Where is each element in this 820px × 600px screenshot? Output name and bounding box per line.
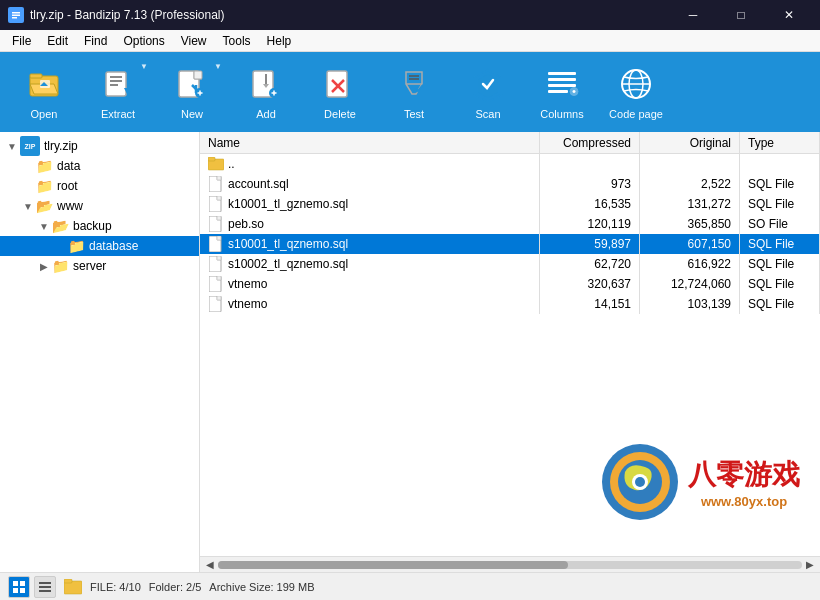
menu-view[interactable]: View <box>173 32 215 50</box>
scan-button[interactable]: Scan <box>452 56 524 128</box>
minimize-button[interactable]: ─ <box>670 0 716 30</box>
file-list-header: Name Compressed Original Type <box>200 132 820 154</box>
file-type-parent <box>740 154 820 174</box>
sidebar-item-server[interactable]: ▶ 📁 server <box>0 256 199 276</box>
file-icon-k10001 <box>208 196 224 212</box>
open-label: Open <box>31 108 58 120</box>
svg-rect-34 <box>548 84 576 87</box>
table-row[interactable]: peb.so 120,119 365,850 SO File <box>200 214 820 234</box>
toolbar: Open ▼ Extract ▼ <box>0 52 820 132</box>
table-row[interactable]: k10001_tl_gznemo.sql 16,535 131,272 SQL … <box>200 194 820 214</box>
file-type-pebso: SO File <box>740 214 820 234</box>
sidebar-item-tlry-zip[interactable]: ▼ ZIP tlry.zip <box>0 136 199 156</box>
col-header-compressed[interactable]: Compressed <box>540 132 640 153</box>
horizontal-scrollbar[interactable]: ◀ ▶ <box>200 556 820 572</box>
status-file-count: FILE: 4/10 <box>90 581 141 593</box>
status-archive-size: Archive Size: 199 MB <box>209 581 314 593</box>
col-header-type[interactable]: Type <box>740 132 820 153</box>
file-compressed-s10001: 59,897 <box>540 234 640 254</box>
scroll-right-button[interactable]: ▶ <box>802 557 818 573</box>
sidebar-item-data[interactable]: 📁 data <box>0 156 199 176</box>
add-button[interactable]: Add <box>230 56 302 128</box>
svg-rect-65 <box>13 588 18 593</box>
file-type-s10002: SQL File <box>740 254 820 274</box>
watermark-text: 八零游戏 <box>688 456 800 494</box>
col-header-original[interactable]: Original <box>640 132 740 153</box>
table-row[interactable]: .. <box>200 154 820 174</box>
file-name-account: account.sql <box>228 177 289 191</box>
file-icon-account <box>208 176 224 192</box>
svg-rect-67 <box>39 582 51 584</box>
delete-label: Delete <box>324 108 356 120</box>
maximize-button[interactable]: □ <box>718 0 764 30</box>
file-type-k10001: SQL File <box>740 194 820 214</box>
menu-find[interactable]: Find <box>76 32 115 50</box>
scroll-thumb[interactable] <box>218 561 568 569</box>
extract-icon <box>98 64 138 104</box>
sidebar-label-root: root <box>57 179 78 193</box>
menu-file[interactable]: File <box>4 32 39 50</box>
file-type-account: SQL File <box>740 174 820 194</box>
svg-rect-55 <box>217 276 221 280</box>
extract-dropdown-arrow: ▼ <box>140 62 148 71</box>
menu-edit[interactable]: Edit <box>39 32 76 50</box>
scan-label: Scan <box>475 108 500 120</box>
tree-toggle-www: ▼ <box>20 201 36 212</box>
svg-rect-51 <box>217 236 221 240</box>
folder-icon-backup: 📂 <box>52 218 69 234</box>
table-row[interactable]: vtnemo 320,637 12,724,060 SQL File <box>200 274 820 294</box>
menu-options[interactable]: Options <box>115 32 172 50</box>
svg-rect-69 <box>39 590 51 592</box>
extract-button[interactable]: ▼ Extract <box>82 56 154 128</box>
table-row[interactable]: vtnemo 14,151 103,139 SQL File <box>200 294 820 314</box>
table-row[interactable]: s10002_tl_qznemo.sql 62,720 616,922 SQL … <box>200 254 820 274</box>
svg-rect-1 <box>12 12 20 14</box>
columns-icon <box>542 64 582 104</box>
svg-rect-64 <box>20 581 25 586</box>
sidebar-label-tlry-zip: tlry.zip <box>44 139 78 153</box>
sidebar-item-www[interactable]: ▼ 📂 www <box>0 196 199 216</box>
menu-tools[interactable]: Tools <box>215 32 259 50</box>
scan-icon <box>468 64 508 104</box>
delete-button[interactable]: Delete <box>304 56 376 128</box>
grid-view-button[interactable] <box>8 576 30 598</box>
codepage-button[interactable]: Code page <box>600 56 672 128</box>
sidebar-label-server: server <box>73 259 106 273</box>
sidebar-item-backup[interactable]: ▼ 📂 backup <box>0 216 199 236</box>
sidebar-item-database[interactable]: 📁 database <box>0 236 199 256</box>
file-name-vtnemo1: vtnemo <box>228 277 267 291</box>
close-button[interactable]: ✕ <box>766 0 812 30</box>
file-icon-vtnemo2 <box>208 296 224 312</box>
table-row[interactable]: account.sql 973 2,522 SQL File <box>200 174 820 194</box>
folder-icon-data: 📁 <box>36 158 53 174</box>
svg-rect-2 <box>12 15 20 17</box>
status-folder-count: Folder: 2/5 <box>149 581 202 593</box>
scroll-left-button[interactable]: ◀ <box>202 557 218 573</box>
codepage-label: Code page <box>609 108 663 120</box>
scroll-track[interactable] <box>218 561 802 569</box>
col-header-name[interactable]: Name <box>200 132 540 153</box>
file-compressed-k10001: 16,535 <box>540 194 640 214</box>
test-button[interactable]: Test <box>378 56 450 128</box>
delete-icon <box>320 64 360 104</box>
menu-help[interactable]: Help <box>259 32 300 50</box>
svg-rect-63 <box>13 581 18 586</box>
title-bar: tlry.zip - Bandizip 7.13 (Professional) … <box>0 0 820 30</box>
file-original-vtnemo1: 12,724,060 <box>640 274 740 294</box>
file-name-s10002: s10002_tl_qznemo.sql <box>228 257 348 271</box>
file-original-account: 2,522 <box>640 174 740 194</box>
watermark-url: www.80yx.top <box>688 494 800 509</box>
columns-button[interactable]: Columns <box>526 56 598 128</box>
status-folder-icon <box>64 579 82 595</box>
codepage-icon <box>616 64 656 104</box>
table-row[interactable]: s10001_tl_qznemo.sql 59,897 607,150 SQL … <box>200 234 820 254</box>
sidebar: ▼ ZIP tlry.zip 📁 data 📁 root ▼ 📂 www <box>0 132 200 572</box>
tree-toggle-server: ▶ <box>36 261 52 272</box>
list-view-button[interactable] <box>34 576 56 598</box>
menu-bar: File Edit Find Options View Tools Help <box>0 30 820 52</box>
svg-rect-8 <box>110 76 122 78</box>
svg-rect-53 <box>217 256 221 260</box>
open-button[interactable]: Open <box>8 56 80 128</box>
sidebar-item-root[interactable]: 📁 root <box>0 176 199 196</box>
new-button[interactable]: ▼ New <box>156 56 228 128</box>
